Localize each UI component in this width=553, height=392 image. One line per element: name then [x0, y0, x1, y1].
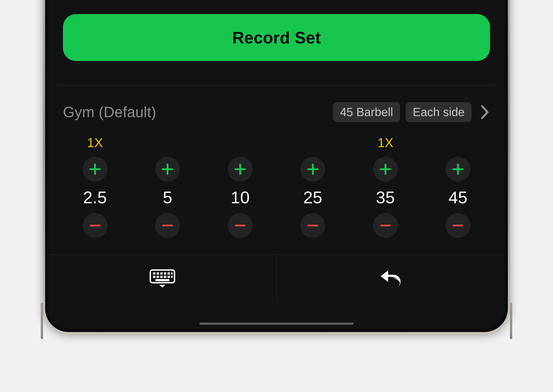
side-chip-label: Each side [413, 105, 465, 119]
plate-remove-button[interactable] [446, 213, 470, 238]
phone-screen: Record Set Gym (Default) 45 Barbell Each… [49, 0, 504, 329]
svg-rect-9 [160, 276, 163, 278]
home-indicator[interactable] [199, 322, 354, 325]
plate-weight-label: 5 [163, 188, 172, 206]
plate-add-button[interactable] [83, 157, 107, 182]
plate-remove-button[interactable] [228, 213, 252, 238]
undo-icon [378, 268, 403, 290]
plate-column: 45 [426, 136, 490, 238]
plus-icon [233, 162, 247, 176]
svg-rect-1 [153, 273, 155, 274]
svg-rect-11 [168, 276, 170, 278]
svg-rect-10 [164, 276, 166, 278]
plate-column: 5 [136, 136, 200, 238]
plate-column: 1X35 [353, 136, 417, 238]
safe-area-bottom [49, 303, 504, 329]
chevron-right-icon [481, 105, 489, 119]
plus-icon [379, 162, 392, 176]
svg-rect-7 [153, 276, 155, 278]
plate-weight-label: 2.5 [83, 188, 107, 206]
svg-rect-4 [164, 273, 166, 274]
plates-row: 1X2.5510251X3545 [63, 136, 490, 238]
record-set-label: Record Set [232, 28, 321, 47]
svg-rect-6 [171, 273, 173, 274]
dismiss-keyboard-button[interactable] [49, 255, 276, 303]
minus-icon [451, 219, 465, 232]
app-content: Record Set Gym (Default) 45 Barbell Each… [49, 14, 504, 255]
keyboard-dismiss-icon [149, 269, 176, 289]
plate-remove-button[interactable] [83, 213, 107, 238]
svg-rect-12 [171, 276, 173, 278]
svg-rect-8 [157, 276, 159, 278]
phone-frame: Record Set Gym (Default) 45 Barbell Each… [45, 0, 508, 332]
svg-rect-5 [168, 273, 170, 274]
plus-icon [306, 162, 320, 176]
plate-column: 10 [208, 136, 272, 238]
plate-weight-label: 10 [231, 188, 250, 206]
minus-icon [306, 219, 320, 232]
svg-rect-3 [160, 273, 163, 274]
phone-side-button-right [510, 303, 512, 339]
plate-add-button[interactable] [228, 157, 252, 182]
minus-icon [233, 219, 247, 232]
svg-rect-2 [157, 273, 159, 274]
side-chip[interactable]: Each side [406, 102, 472, 122]
plate-weight-label: 35 [376, 188, 395, 206]
barbell-chip[interactable]: 45 Barbell [333, 102, 400, 122]
plus-icon [451, 162, 465, 176]
barbell-chip-label: 45 Barbell [340, 105, 393, 119]
plate-weight-label: 25 [303, 188, 322, 206]
plate-settings-chevron[interactable] [479, 107, 490, 118]
plate-picker-header[interactable]: Gym (Default) 45 Barbell Each side [63, 102, 490, 122]
plus-icon [161, 162, 174, 176]
plate-remove-button[interactable] [301, 213, 325, 238]
undo-button[interactable] [277, 255, 504, 303]
plate-remove-button[interactable] [155, 213, 180, 238]
minus-icon [379, 219, 392, 232]
plate-add-button[interactable] [301, 157, 325, 182]
plus-icon [88, 162, 102, 176]
plate-multiplier: 1X [87, 136, 103, 150]
record-set-button[interactable]: Record Set [63, 14, 490, 61]
plate-weight-label: 45 [448, 188, 468, 206]
minus-icon [88, 219, 102, 232]
plate-multiplier: 1X [378, 136, 393, 150]
svg-rect-13 [155, 279, 169, 281]
phone-side-button-left [41, 303, 43, 339]
plate-column: 1X2.5 [63, 136, 127, 238]
plate-add-button[interactable] [446, 157, 470, 182]
minus-icon [161, 219, 174, 232]
plate-add-button[interactable] [155, 157, 180, 182]
phone-outer-shell: Record Set Gym (Default) 45 Barbell Each… [43, 0, 510, 334]
input-accessory-bar [49, 255, 504, 303]
plate-add-button[interactable] [373, 157, 398, 182]
plate-remove-button[interactable] [373, 213, 398, 238]
plate-column: 25 [281, 136, 345, 238]
plate-picker-section: Gym (Default) 45 Barbell Each side [57, 85, 496, 255]
gym-label: Gym (Default) [63, 104, 327, 121]
